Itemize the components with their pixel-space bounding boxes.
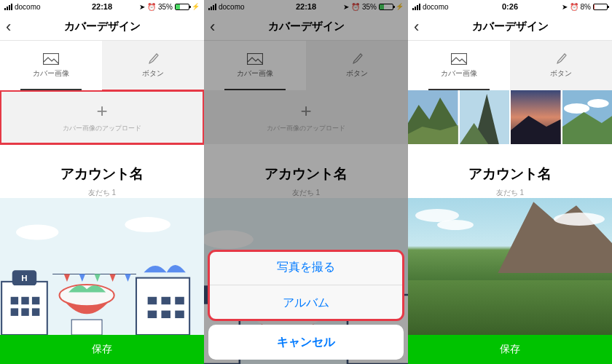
status-time: 0:26 <box>408 2 612 11</box>
battery-icon <box>593 4 608 10</box>
svg-rect-8 <box>21 297 28 304</box>
brush-icon <box>145 52 161 66</box>
save-label: 保存 <box>92 343 112 356</box>
back-button[interactable]: ‹ <box>6 17 11 36</box>
account-name: アカウント名 <box>0 165 204 183</box>
tab-cover-image[interactable]: カバー画像 <box>0 41 102 90</box>
tab-label: カバー画像 <box>33 68 69 79</box>
svg-rect-19 <box>175 297 184 304</box>
tab-button[interactable]: ボタン <box>102 41 204 90</box>
thumb-4[interactable] <box>562 90 613 144</box>
svg-rect-18 <box>161 297 170 304</box>
tab-label: カバー画像 <box>441 68 477 79</box>
save-button[interactable]: 保存 <box>408 335 612 364</box>
svg-rect-7 <box>11 297 18 304</box>
svg-rect-15 <box>71 320 102 335</box>
header: ‹ カバーデザイン <box>408 13 612 41</box>
sheet-album[interactable]: アルバム <box>208 285 404 320</box>
svg-rect-16 <box>136 278 189 335</box>
thumbnail-strip[interactable] <box>408 90 612 144</box>
back-button[interactable]: ‹ <box>414 17 419 36</box>
battery-icon <box>175 4 189 10</box>
page-title: カバーデザイン <box>64 20 141 33</box>
svg-rect-10 <box>11 308 18 315</box>
account-section: アカウント名 友だち 1 <box>0 144 204 198</box>
svg-rect-9 <box>32 297 39 304</box>
status-time: 22:18 <box>0 2 204 11</box>
svg-rect-37 <box>452 54 467 65</box>
screen-2: docomo 22:18 ➤ ⏰ 35% ⚡ ‹ カバーデザイン カバー画像 ボ… <box>204 0 408 364</box>
svg-point-47 <box>563 103 589 114</box>
image-icon <box>43 52 59 66</box>
sheet-take-photo[interactable]: 写真を撮る <box>208 250 404 285</box>
svg-rect-17 <box>148 297 157 304</box>
header: ‹ カバーデザイン <box>0 13 204 41</box>
svg-point-3 <box>125 217 170 232</box>
image-icon <box>451 52 467 66</box>
friends-count: 友だち 1 <box>0 188 204 198</box>
plus-icon: + <box>96 101 107 120</box>
friends-count: 友だち 1 <box>408 188 612 198</box>
account-name: アカウント名 <box>408 165 612 183</box>
brush-icon <box>553 52 569 66</box>
sheet-cancel[interactable]: キャンセル <box>208 325 404 360</box>
thumb-2[interactable] <box>460 90 510 144</box>
tab-bar: カバー画像 ボタン <box>408 41 612 90</box>
save-label: 保存 <box>500 343 520 356</box>
thumb-1[interactable] <box>408 90 458 144</box>
page-title: カバーデザイン <box>472 20 549 33</box>
cover-illustration: H <box>0 198 204 335</box>
svg-rect-21 <box>161 311 170 318</box>
tab-cover-image[interactable]: カバー画像 <box>408 41 510 90</box>
tab-bar: カバー画像 ボタン <box>0 41 204 90</box>
action-sheet: 写真を撮る アルバム キャンセル <box>204 250 408 364</box>
tab-label: ボタン <box>550 68 572 79</box>
svg-rect-12 <box>32 308 39 315</box>
cover-photo <box>408 198 612 335</box>
status-bar: docomo 22:18 ➤ ⏰ 35% ⚡ <box>0 0 204 13</box>
upload-caption: カバー画像のアップロード <box>63 124 141 133</box>
svg-point-48 <box>587 99 608 108</box>
tab-button[interactable]: ボタン <box>510 41 612 90</box>
svg-rect-11 <box>21 308 28 315</box>
sheet-options: 写真を撮る アルバム <box>208 250 404 320</box>
svg-rect-0 <box>44 54 59 65</box>
save-button[interactable]: 保存 <box>0 335 204 364</box>
screen-1: docomo 22:18 ➤ ⏰ 35% ⚡ ‹ カバーデザイン カバー画像 ボ… <box>0 0 204 364</box>
svg-point-2 <box>16 225 58 240</box>
tab-label: ボタン <box>142 68 164 79</box>
svg-rect-20 <box>148 311 157 318</box>
svg-rect-22 <box>175 311 184 318</box>
status-bar: docomo 0:26 ➤ ⏰ 8% <box>408 0 612 13</box>
screen-3: docomo 0:26 ➤ ⏰ 8% ‹ カバーデザイン カバー画像 ボタン <box>408 0 612 364</box>
upload-cover-area[interactable]: + カバー画像のアップロード <box>0 90 204 144</box>
svg-text:H: H <box>21 274 27 282</box>
thumb-3[interactable] <box>511 90 561 144</box>
account-section: アカウント名 友だち 1 <box>408 144 612 198</box>
